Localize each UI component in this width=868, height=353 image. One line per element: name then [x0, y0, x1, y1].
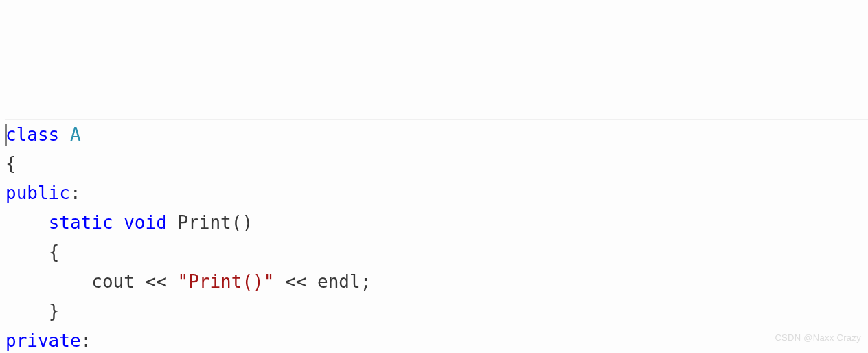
code-block: class A { public: static void Print() { …	[5, 119, 868, 353]
method-brace-close: }	[49, 301, 60, 321]
keyword-void: void	[124, 212, 167, 233]
colon-private: :	[81, 330, 92, 351]
colon-public: :	[70, 183, 81, 203]
stream-op: <<	[285, 271, 306, 292]
class-name: A	[70, 124, 81, 145]
method-brace-open: {	[49, 242, 60, 262]
watermark-text: CSDN @Naxx Crazy	[775, 330, 861, 345]
keyword-class: class	[5, 124, 59, 145]
paren-open: (	[231, 212, 242, 233]
paren-close: )	[242, 212, 253, 233]
access-public: public	[5, 183, 70, 203]
stream-op: <<	[146, 271, 167, 292]
cout: cout	[91, 271, 135, 292]
string-literal: "Print()"	[177, 271, 274, 292]
method-name: Print	[177, 212, 231, 233]
semicolon: ;	[361, 271, 372, 292]
access-private: private	[5, 330, 81, 351]
endl: endl	[317, 271, 361, 292]
keyword-static: static	[49, 212, 113, 233]
brace-open: {	[5, 153, 16, 174]
